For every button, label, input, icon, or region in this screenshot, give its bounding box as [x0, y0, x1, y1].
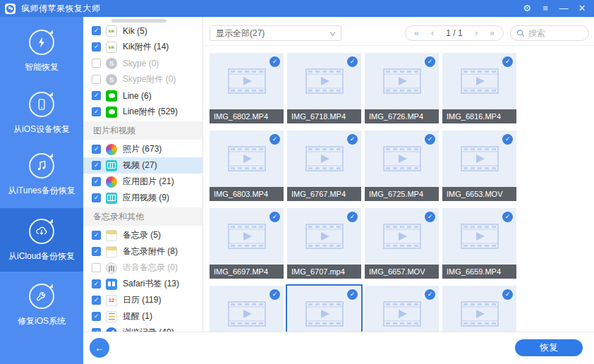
sidebar-item-ios-device[interactable]: 从iOS设备恢复	[0, 85, 83, 141]
checkbox[interactable]	[92, 296, 101, 305]
check-circle-icon[interactable]: ✓	[269, 56, 280, 67]
reminders-icon	[106, 311, 117, 322]
video-film-icon: ✓	[210, 53, 284, 109]
category-list: Kik (5)Kik附件 (14)Skype (0)Skype附件 (0)Lin…	[83, 23, 202, 332]
check-circle-icon[interactable]: ✓	[425, 289, 435, 300]
sidebar-item-itunes-backup[interactable]: 从iTunes备份恢复	[0, 141, 83, 208]
category-item-Skype附件[interactable]: Skype附件 (0)	[83, 71, 202, 87]
check-circle-icon[interactable]: ✓	[269, 289, 280, 300]
lightning-icon	[29, 30, 54, 55]
next-page-button[interactable]: ›	[475, 28, 478, 38]
section-header: 图片和视频	[83, 121, 202, 140]
check-circle-icon[interactable]: ✓	[502, 289, 513, 300]
check-circle-icon[interactable]: ✓	[347, 212, 358, 222]
check-circle-icon[interactable]: ✓	[502, 134, 513, 145]
sidebar-item-repair-ios[interactable]: 修复iOS系统	[0, 272, 83, 339]
video-thumbnail[interactable]: ✓IMG_6702.mp4	[287, 286, 361, 332]
video-thumbnail[interactable]: ✓IMG_6803.MP4	[210, 131, 284, 201]
last-page-button[interactable]: »	[490, 28, 495, 38]
notes-icon	[106, 230, 117, 241]
video-thumbnail[interactable]: ✓IMG_6659.MP4	[442, 208, 516, 279]
category-item-语音备忘录[interactable]: 语音备忘录 (0)	[83, 260, 202, 276]
category-item-Line[interactable]: Line (6)	[83, 87, 202, 104]
video-thumbnail[interactable]: ✓IMG_6657.MOV	[365, 208, 439, 279]
checkbox[interactable]	[92, 312, 101, 321]
file-name: IMG_6659.MP4	[442, 265, 516, 279]
filter-dropdown-value: 显示全部(27)	[216, 28, 265, 40]
close-icon[interactable]: ✕	[573, 0, 591, 17]
checkbox[interactable]	[92, 42, 101, 51]
checkbox[interactable]	[92, 91, 101, 100]
pagination: « ‹ 1 / 1 › »	[405, 25, 504, 41]
prev-page-button[interactable]: ‹	[431, 28, 434, 38]
file-name: IMG_6726.MP4	[365, 109, 439, 123]
check-circle-icon[interactable]: ✓	[502, 56, 513, 67]
video-thumbnail[interactable]: ✓IMG_6725.MP4	[365, 131, 439, 201]
settings-gear-icon[interactable]: ⚙	[518, 0, 536, 17]
category-item-日历[interactable]: 日历 (119)	[83, 292, 202, 308]
category-item-提醒[interactable]: 提醒 (1)	[83, 308, 202, 324]
video-thumbnail[interactable]: ✓IMG_6767.MP4	[287, 131, 361, 201]
category-item-应用视频[interactable]: 应用视频 (9)	[83, 190, 202, 206]
sidebar-item-smart-recovery[interactable]: 智能恢复	[0, 17, 83, 85]
category-item-备忘录附件[interactable]: 备忘录附件 (8)	[83, 243, 202, 260]
category-item-视频[interactable]: 视频 (27)	[83, 157, 202, 174]
check-circle-icon[interactable]: ✓	[269, 134, 280, 145]
category-item-Line附件[interactable]: Line附件 (529)	[83, 104, 202, 120]
category-item-Safari书签[interactable]: Safari书签 (13)	[83, 276, 202, 292]
video-thumbnail[interactable]: ✓IMG_6816.MP4	[442, 53, 516, 123]
video-thumbnail[interactable]: ✓IMG_6707.mp4	[287, 208, 361, 279]
file-name: IMG_6803.MP4	[210, 187, 284, 201]
check-circle-icon[interactable]: ✓	[269, 212, 280, 222]
checkbox[interactable]	[92, 145, 101, 154]
sidebar-item-label: 从iCloud备份恢复	[3, 250, 80, 262]
search-box[interactable]	[510, 25, 589, 41]
video-film-icon: ✓	[287, 208, 361, 265]
checkbox[interactable]	[92, 75, 101, 84]
video-thumbnail[interactable]: ✓IMG_6692.MP4	[210, 286, 284, 332]
search-input[interactable]	[528, 28, 578, 38]
category-item-备忘录[interactable]: 备忘录 (5)	[83, 227, 202, 243]
video-thumbnail[interactable]: ✓IMG_6671.MOV	[365, 286, 439, 332]
sidebar-item-icloud-backup[interactable]: 从iCloud备份恢复	[0, 208, 83, 272]
check-circle-icon[interactable]: ✓	[347, 289, 358, 300]
check-circle-icon[interactable]: ✓	[425, 212, 435, 222]
video-thumbnail[interactable]: ✓IMG_6653.MOV	[442, 131, 516, 201]
checkbox[interactable]	[92, 231, 101, 240]
checkbox[interactable]	[92, 247, 101, 256]
back-button[interactable]: ←	[90, 338, 109, 358]
video-thumbnail[interactable]: ✓IMG_6718.MP4	[287, 53, 361, 123]
video-thumbnail[interactable]: ✓IMG_6802.MP4	[210, 53, 284, 123]
check-circle-icon[interactable]: ✓	[347, 56, 358, 67]
checkbox[interactable]	[92, 161, 101, 170]
check-circle-icon[interactable]: ✓	[425, 56, 435, 67]
checkbox[interactable]	[92, 59, 101, 68]
check-circle-icon[interactable]: ✓	[502, 212, 513, 222]
checkbox[interactable]	[92, 107, 101, 116]
minimize-icon[interactable]: —	[554, 0, 573, 17]
category-item-Skype[interactable]: Skype (0)	[83, 55, 202, 71]
category-item-浏览记录[interactable]: 浏览记录 (40)	[83, 324, 202, 332]
recover-button[interactable]: 恢复	[515, 339, 583, 356]
video-film-icon: ✓	[287, 53, 361, 109]
check-circle-icon[interactable]: ✓	[347, 134, 358, 145]
checkbox[interactable]	[92, 26, 101, 35]
filter-dropdown[interactable]: 显示全部(27) ∨	[210, 25, 341, 41]
file-name: IMG_6802.MP4	[210, 109, 284, 123]
check-circle-icon[interactable]: ✓	[425, 134, 435, 145]
checkbox[interactable]	[92, 177, 101, 186]
category-item-应用图片[interactable]: 应用图片 (21)	[83, 174, 202, 190]
checkbox[interactable]	[92, 193, 101, 202]
menu-icon[interactable]: ≡	[536, 0, 554, 17]
category-item-照片[interactable]: 照片 (673)	[83, 141, 202, 157]
video-thumbnail[interactable]: ✓	[442, 286, 516, 332]
voice-icon	[106, 262, 117, 274]
first-page-button[interactable]: «	[414, 28, 419, 38]
video-thumbnail[interactable]: ✓IMG_6726.MP4	[365, 53, 439, 123]
category-item-Kik[interactable]: Kik (5)	[83, 23, 202, 39]
category-item-Kik附件[interactable]: Kik附件 (14)	[83, 39, 202, 55]
video-thumbnail[interactable]: ✓IMG_6697.MP4	[210, 208, 284, 279]
notes-icon	[106, 246, 117, 257]
checkbox[interactable]	[92, 279, 101, 289]
checkbox[interactable]	[92, 263, 101, 272]
